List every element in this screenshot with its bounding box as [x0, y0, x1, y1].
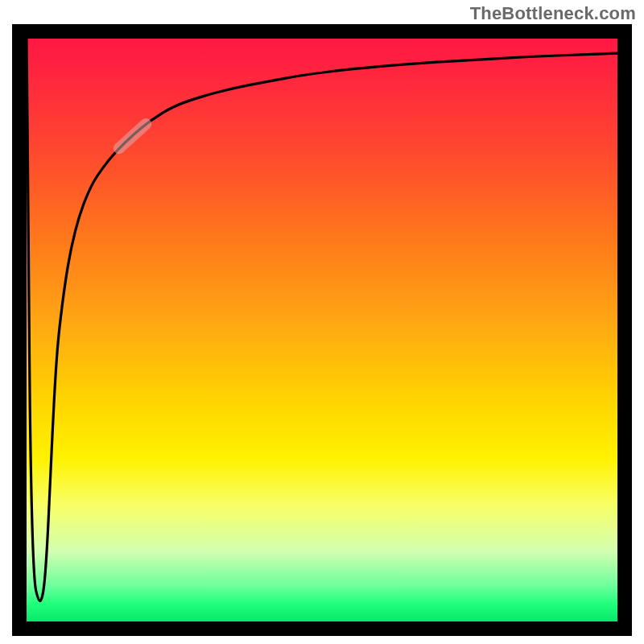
root: TheBottleneck.com	[0, 0, 644, 644]
plot-frame	[12, 24, 632, 636]
curve-svg	[27, 39, 617, 621]
bottleneck-curve	[27, 39, 617, 601]
plot-area	[27, 39, 617, 621]
watermark-text: TheBottleneck.com	[470, 3, 636, 24]
